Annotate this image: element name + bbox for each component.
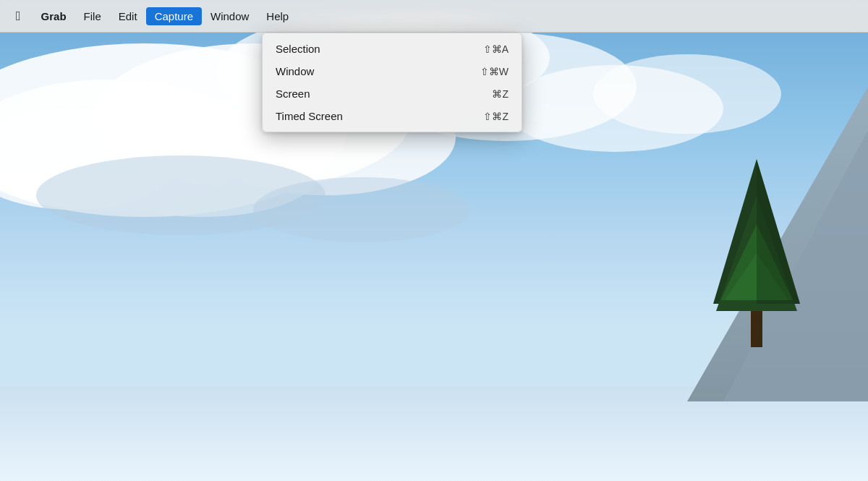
menu-item-screen[interactable]: Screen ⌘Z: [263, 82, 522, 105]
menu-item-timed-screen[interactable]: Timed Screen ⇧⌘Z: [263, 105, 522, 127]
menu-item-screen-shortcut: ⌘Z: [492, 88, 509, 100]
apple-menu-item[interactable]: : [9, 6, 28, 27]
menu-item-timed-screen-label: Timed Screen: [276, 110, 483, 122]
menu-item-screen-label: Screen: [276, 88, 492, 100]
menu-item-window-shortcut: ⇧⌘W: [480, 66, 509, 77]
edit-menu-item[interactable]: Edit: [110, 7, 146, 25]
menu-item-selection[interactable]: Selection ⇧⌘A: [263, 38, 522, 60]
capture-menu-item[interactable]: Capture: [146, 7, 202, 25]
help-menu-item[interactable]: Help: [258, 7, 297, 25]
menu-item-window-label: Window: [276, 65, 480, 77]
menu-item-timed-screen-shortcut: ⇧⌘Z: [483, 111, 509, 122]
grab-menu-item[interactable]: Grab: [33, 7, 75, 25]
window-menu-item[interactable]: Window: [202, 7, 258, 25]
menu-item-selection-label: Selection: [276, 43, 483, 55]
capture-dropdown-menu: Selection ⇧⌘A Window ⇧⌘W Screen ⌘Z Timed…: [262, 33, 522, 132]
menubar:  Grab File Edit Capture Window Help: [0, 0, 868, 33]
menu-item-selection-shortcut: ⇧⌘A: [483, 43, 509, 55]
menu-item-window[interactable]: Window ⇧⌘W: [263, 60, 522, 82]
file-menu-item[interactable]: File: [75, 7, 110, 25]
